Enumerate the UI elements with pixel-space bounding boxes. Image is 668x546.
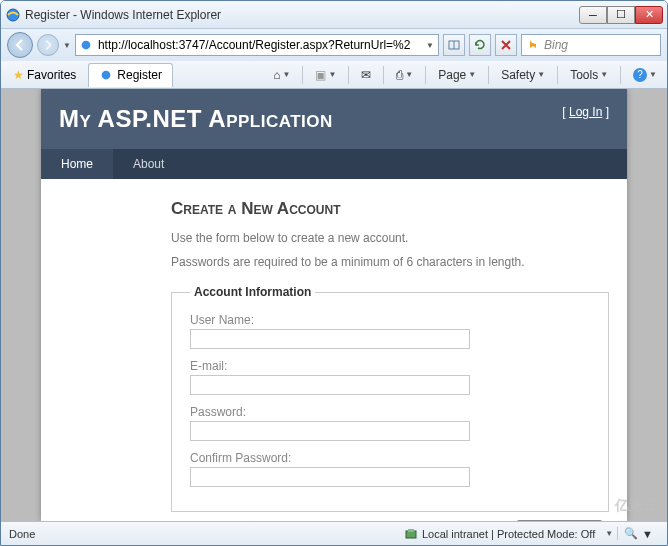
intro-text: Use the form below to create a new accou… <box>171 231 609 245</box>
tab-page-icon <box>99 68 113 82</box>
mail-icon: ✉ <box>361 68 371 82</box>
forward-button[interactable] <box>37 34 59 56</box>
site-title: My ASP.NET Application <box>59 105 333 133</box>
svg-point-3 <box>102 71 111 80</box>
submit-row: Create User <box>171 520 609 521</box>
print-icon: ⎙ <box>396 68 403 82</box>
login-link[interactable]: Log In <box>569 105 602 119</box>
command-bar: ★ Favorites Register ⌂▼ ▣▼ ✉ ⎙▼ Page▼ Sa… <box>1 61 667 89</box>
password-note: Passwords are required to be a minimum o… <box>171 255 609 269</box>
help-button[interactable]: ?▼ <box>629 68 661 82</box>
nav-dropdown-icon[interactable]: ▼ <box>63 41 71 50</box>
svg-rect-5 <box>408 529 414 532</box>
confirm-password-input[interactable] <box>190 467 470 487</box>
search-placeholder: Bing <box>544 38 568 52</box>
compat-view-button[interactable] <box>443 34 465 56</box>
feeds-tool-button[interactable]: ▣▼ <box>311 68 340 82</box>
status-bar: Done Local intranet | Protected Mode: Of… <box>1 521 667 545</box>
nav-toolbar: ▼ ▼ Bing <box>1 29 667 61</box>
bing-icon <box>526 38 540 52</box>
zone-dropdown[interactable]: ▼ <box>601 529 617 538</box>
browser-tab[interactable]: Register <box>88 63 173 87</box>
favorites-button[interactable]: ★ Favorites <box>7 66 82 84</box>
page-menu[interactable]: Page▼ <box>434 68 480 82</box>
titlebar: Register - Windows Internet Explorer ─ ☐… <box>1 1 667 29</box>
home-icon: ⌂ <box>273 68 280 82</box>
minimize-button[interactable]: ─ <box>579 6 607 24</box>
stop-button[interactable] <box>495 34 517 56</box>
password-input[interactable] <box>190 421 470 441</box>
account-fieldset: Account Information User Name: E-mail: P… <box>171 285 609 512</box>
address-input[interactable] <box>94 38 424 52</box>
email-label: E-mail: <box>190 359 590 373</box>
zone-text: Local intranet | Protected Mode: Off <box>422 528 595 540</box>
page-icon <box>78 37 94 53</box>
safety-menu[interactable]: Safety▼ <box>497 68 549 82</box>
intranet-icon <box>404 527 418 541</box>
search-box[interactable]: Bing <box>521 34 661 56</box>
star-icon: ★ <box>13 68 24 82</box>
maximize-button[interactable]: ☐ <box>607 6 635 24</box>
fieldset-legend: Account Information <box>190 285 315 299</box>
password-label: Password: <box>190 405 590 419</box>
svg-point-1 <box>82 41 91 50</box>
username-input[interactable] <box>190 329 470 349</box>
create-user-button[interactable]: Create User <box>516 520 603 521</box>
address-bar[interactable]: ▼ <box>75 34 439 56</box>
ie-icon <box>5 7 21 23</box>
site-nav: Home About <box>41 149 627 179</box>
home-tool-button[interactable]: ⌂▼ <box>269 68 294 82</box>
zoom-control[interactable]: 🔍 ▼ <box>617 527 659 540</box>
username-label: User Name: <box>190 313 590 327</box>
favorites-label: Favorites <box>27 68 76 82</box>
window-controls: ─ ☐ ✕ <box>579 6 663 24</box>
print-tool-button[interactable]: ⎙▼ <box>392 68 417 82</box>
close-button[interactable]: ✕ <box>635 6 663 24</box>
email-input[interactable] <box>190 375 470 395</box>
zoom-icon: 🔍 <box>624 527 638 540</box>
svg-rect-4 <box>406 531 416 538</box>
nav-home[interactable]: Home <box>41 149 113 179</box>
ie-window: Register - Windows Internet Explorer ─ ☐… <box>0 0 668 546</box>
rss-icon: ▣ <box>315 68 326 82</box>
nav-about[interactable]: About <box>113 149 184 179</box>
tools-menu[interactable]: Tools▼ <box>566 68 612 82</box>
back-button[interactable] <box>7 32 33 58</box>
viewport: My ASP.NET Application [ Log In ] Home A… <box>1 89 667 521</box>
mail-tool-button[interactable]: ✉ <box>357 68 375 82</box>
status-text: Done <box>9 528 35 540</box>
refresh-button[interactable] <box>469 34 491 56</box>
security-zone[interactable]: Local intranet | Protected Mode: Off <box>398 527 601 541</box>
tab-title: Register <box>117 68 162 82</box>
page-heading: Create a New Account <box>171 199 609 219</box>
site-banner: My ASP.NET Application [ Log In ] <box>41 89 627 149</box>
page-body: My ASP.NET Application [ Log In ] Home A… <box>41 89 627 521</box>
main-content: Create a New Account Use the form below … <box>41 179 627 521</box>
login-status: [ Log In ] <box>562 105 609 119</box>
address-dropdown-icon[interactable]: ▼ <box>424 41 436 50</box>
confirm-password-label: Confirm Password: <box>190 451 590 465</box>
window-title: Register - Windows Internet Explorer <box>25 8 579 22</box>
help-icon: ? <box>633 68 647 82</box>
